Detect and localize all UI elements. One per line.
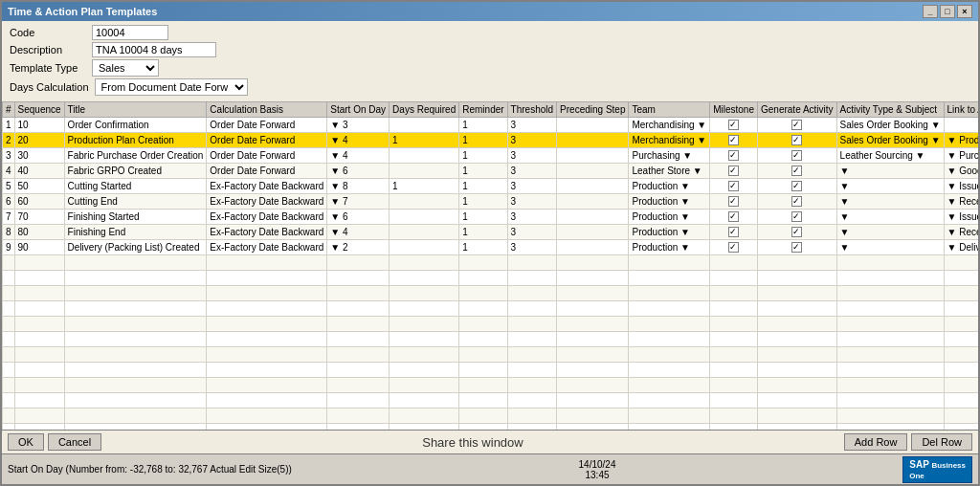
- status-bar: Start On Day (Number from: -32,768 to: 3…: [2, 453, 978, 484]
- col-gen-activity: Generate Activity: [758, 102, 837, 118]
- days-calc-label: Days Calculation: [10, 81, 89, 93]
- empty-row: [3, 301, 979, 317]
- table-row[interactable]: 110Order ConfirmationOrder Date Forward▼…: [3, 118, 979, 133]
- empty-row: [3, 332, 979, 347]
- footer-left: OK Cancel: [8, 433, 101, 451]
- sap-label: SAP: [909, 459, 928, 470]
- status-text: Start On Day (Number from: -32,768 to: 3…: [8, 464, 292, 475]
- status-time: 13:45: [579, 470, 616, 480]
- col-start-on-day: Start On Day: [327, 102, 390, 118]
- cancel-button[interactable]: Cancel: [48, 433, 101, 451]
- description-input[interactable]: [92, 42, 216, 57]
- col-sequence: Sequence: [14, 102, 64, 118]
- col-preceding: Preceding Step: [557, 102, 629, 118]
- table-section: # Sequence Title Calculation Basis Start…: [2, 101, 978, 430]
- empty-row: [3, 363, 979, 378]
- code-label: Code: [10, 27, 86, 38]
- col-calc-basis: Calculation Basis: [207, 102, 327, 118]
- empty-row: [3, 317, 979, 332]
- sap-logo: SAP BusinessOne: [902, 456, 972, 483]
- close-button[interactable]: ×: [957, 5, 972, 18]
- title-bar: Time & Action Plan Templates _ □ ×: [2, 2, 978, 21]
- window-title: Time & Action Plan Templates: [8, 6, 157, 17]
- data-table: # Sequence Title Calculation Basis Start…: [2, 101, 978, 430]
- col-threshold: Threshold: [507, 102, 556, 118]
- table-row[interactable]: 330Fabric Purchase Order CreationOrder D…: [3, 148, 979, 164]
- table-row[interactable]: 660Cutting EndEx-Factory Date Backward▼ …: [3, 194, 979, 210]
- col-team: Team: [629, 102, 710, 118]
- empty-row: [3, 347, 979, 363]
- col-num: #: [3, 102, 15, 118]
- table-row[interactable]: 550Cutting StartedEx-Factory Date Backwa…: [3, 179, 979, 194]
- share-window-text: Share this window: [422, 435, 523, 450]
- minimize-button[interactable]: _: [923, 5, 938, 18]
- template-type-label: Template Type: [10, 62, 86, 74]
- empty-row: [3, 393, 979, 409]
- col-title: Title: [64, 102, 207, 118]
- col-link-to-action: Link to Action: [944, 102, 978, 118]
- empty-row: [3, 409, 979, 424]
- ok-button[interactable]: OK: [8, 433, 44, 451]
- col-activity-type: Activity Type & Subject: [836, 102, 944, 118]
- col-days-req: Days Required: [390, 102, 459, 118]
- status-datetime: 14/10/24 13:45: [579, 459, 616, 480]
- days-calc-select[interactable]: From Document Date Forw: [95, 78, 248, 96]
- table-row[interactable]: 440Fabric GRPO CreatedOrder Date Forward…: [3, 164, 979, 179]
- table-row[interactable]: 880Finishing EndEx-Factory Date Backward…: [3, 225, 979, 240]
- table-row[interactable]: 220Production Plan CreationOrder Date Fo…: [3, 133, 979, 148]
- code-input[interactable]: [92, 25, 168, 40]
- main-window: Time & Action Plan Templates _ □ × Code …: [0, 0, 980, 486]
- footer-center: Share this window: [101, 435, 844, 450]
- title-bar-buttons: _ □ ×: [923, 5, 972, 18]
- table-row[interactable]: 990Delivery (Packing List) CreatedEx-Fac…: [3, 240, 979, 255]
- del-row-button[interactable]: Del Row: [911, 433, 972, 451]
- table-row[interactable]: 770Finishing StartedEx-Factory Date Back…: [3, 210, 979, 225]
- template-type-select[interactable]: Sales: [92, 59, 159, 77]
- status-date: 14/10/24: [579, 459, 616, 470]
- add-row-button[interactable]: Add Row: [844, 433, 908, 451]
- footer-section: OK Cancel Share this window Add Row Del …: [2, 430, 978, 453]
- col-milestone: Milestone: [710, 102, 758, 118]
- empty-row: [3, 286, 979, 301]
- empty-row: [3, 255, 979, 271]
- description-label: Description: [10, 44, 86, 55]
- maximize-button[interactable]: □: [940, 5, 955, 18]
- footer-right: Add Row Del Row: [844, 433, 972, 451]
- col-reminder: Reminder: [459, 102, 507, 118]
- header-section: Code Description Template Type Sales Day…: [2, 21, 978, 101]
- empty-row: [3, 378, 979, 393]
- empty-row: [3, 271, 979, 286]
